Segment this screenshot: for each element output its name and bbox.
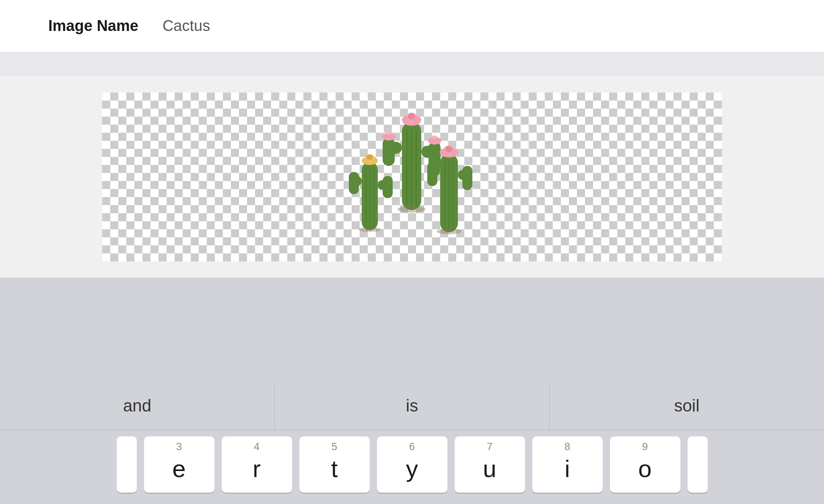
key-y-number: 6 xyxy=(409,441,415,452)
key-partial-right[interactable] xyxy=(688,436,708,493)
key-e-char: e xyxy=(172,455,185,483)
svg-rect-38 xyxy=(427,162,437,186)
svg-rect-2 xyxy=(383,138,395,166)
image-name-input[interactable] xyxy=(163,17,353,35)
divider xyxy=(0,52,824,76)
predictive-item-and[interactable]: and xyxy=(0,382,275,430)
svg-point-35 xyxy=(358,227,381,232)
svg-point-48 xyxy=(445,146,453,152)
svg-point-34 xyxy=(367,154,373,160)
key-e[interactable]: 3 e xyxy=(144,436,214,493)
key-i[interactable]: 8 i xyxy=(532,436,603,493)
keyboard-area: and is soil 3 e 4 r 5 t 6 xyxy=(0,382,824,504)
svg-point-12 xyxy=(408,113,415,119)
predictive-item-soil[interactable]: soil xyxy=(550,382,824,430)
svg-point-19 xyxy=(428,138,435,143)
key-u-char: u xyxy=(483,455,496,483)
key-e-number: 3 xyxy=(176,441,182,452)
key-u-number: 7 xyxy=(487,441,492,452)
image-canvas xyxy=(102,93,722,261)
key-t-char: t xyxy=(331,455,338,483)
key-r-number: 4 xyxy=(254,441,260,452)
svg-rect-24 xyxy=(349,172,359,194)
keyboard-rows: 3 e 4 r 5 t 6 y 7 u xyxy=(0,430,824,504)
key-u[interactable]: 7 u xyxy=(455,436,525,493)
svg-rect-40 xyxy=(462,166,472,190)
predictive-item-is[interactable]: is xyxy=(275,382,550,430)
predictive-bar: and is soil xyxy=(0,382,824,430)
key-r[interactable]: 4 r xyxy=(222,436,292,493)
key-partial-left[interactable] xyxy=(117,436,137,493)
key-t-number: 5 xyxy=(332,441,337,452)
svg-rect-26 xyxy=(383,176,393,198)
top-panel: Image Name xyxy=(0,0,824,52)
key-o-char: o xyxy=(638,455,651,483)
key-o[interactable]: 9 o xyxy=(610,436,680,493)
image-name-label: Image Name xyxy=(48,17,138,35)
key-o-number: 9 xyxy=(642,441,648,452)
cactus-illustration xyxy=(332,97,492,250)
svg-point-49 xyxy=(437,228,461,234)
key-i-char: i xyxy=(564,455,570,483)
svg-point-16 xyxy=(388,134,396,139)
svg-point-15 xyxy=(382,134,389,139)
svg-point-21 xyxy=(398,206,426,212)
key-y[interactable]: 6 y xyxy=(377,436,447,493)
key-r-char: r xyxy=(253,455,261,483)
image-preview-container xyxy=(0,76,824,278)
key-y-char: y xyxy=(406,455,418,483)
key-row-erty: 3 e 4 r 5 t 6 y 7 u xyxy=(4,436,820,493)
key-i-number: 8 xyxy=(564,441,570,452)
key-t[interactable]: 5 t xyxy=(299,436,370,493)
svg-point-20 xyxy=(434,138,441,143)
